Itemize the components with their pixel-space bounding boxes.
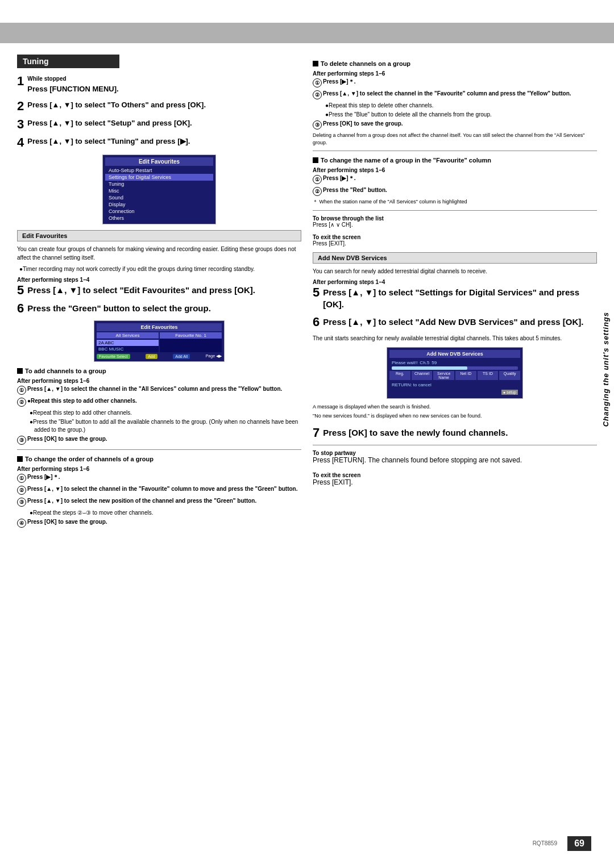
add-ch-step-2: ② ●Repeat this step to add other channel… [17,397,301,407]
top-bar [0,23,614,43]
model-number: RQT8859 [533,840,557,846]
add-ch-step-3-text: Press [OK] to save the group. [27,435,301,443]
left-column: Tuning 1 While stopped Press [FUNCTION M… [17,55,301,530]
right-column: To delete channels on a group After perf… [313,55,597,530]
del-step-2: ② Press [▲, ▼] to select the channel in … [313,90,597,99]
menu-item-tuning: Tuning [105,181,213,187]
dvb-col-netid: Net ID [455,371,476,380]
add-dvb-description: You can search for newly added terrestri… [313,267,597,276]
order-step-2: ② Press [▲, ▼] to select the channel in … [17,485,301,495]
name-step-2: ② Press the "Red" button. [313,186,597,196]
browse-list-label: To browse through the list [313,215,597,222]
name-step-1-text: Press [▶]＊. [323,174,597,182]
del-step-1-text: Press [▶]＊. [323,78,597,86]
browse-section: To browse through the list Press [∧ ∨ CH… [313,210,597,247]
dvb-col-tsid: TS ID [478,371,499,380]
dvb-screenshot-title: Add New DVB Services [389,350,520,358]
circle-2-name: ② [313,187,322,196]
menu-item-sound: Sound [105,194,213,201]
delete-channels-label: To delete channels on a group [321,60,410,67]
content-area: Tuning 1 While stopped Press [FUNCTION M… [0,55,614,530]
add-ch-bullet1: ●Repeat this step to add other channels.… [17,409,301,434]
dvb-ch-num: 59 [432,360,437,365]
step-4-block: 4 Press [▲, ▼] to select "Tuning" and pr… [17,136,301,149]
dvb-table-header: Reg. Channel Service Name Net ID TS ID Q… [389,371,520,380]
dvb-no-services: "No new services found." is displayed wh… [313,412,597,420]
step-4-number: 4 [17,136,24,149]
step-5-left-text: Press [▲, ▼] to select "Edit Favourites"… [27,284,301,296]
side-label-container: Changing the unit's settings [597,114,614,625]
exit-screen-2-text: Press [EXIT]. [313,478,597,486]
exit-screen-label: To exit the screen [313,234,597,240]
menu-screenshot-title: Edit Favourites [105,157,213,166]
step-3-text: Press [▲, ▼] to select "Setup" and press… [27,118,301,128]
del-b1: ●Repeat this step to delete other channe… [323,102,597,110]
step-1-instruction: Press [FUNCTION MENU]. [27,85,118,93]
circle-3-add: ③ [17,436,26,445]
fav-btn-addall: Add All [173,354,190,359]
menu-item-misc: Misc [105,187,213,194]
dvb-col-quality: Quality [499,371,520,380]
dvb-search-description: The unit starts searching for newly avai… [313,334,597,343]
step-6-left-block: 6 Press the "Green" button to select the… [17,302,301,315]
del-footnote: Deleting a channel from a group does not… [313,132,597,146]
step-5-left-number: 5 [17,284,24,297]
dvb-return-label: RETURN: to cancel [392,382,432,387]
divider-3 [313,445,597,445]
fav-col-fav1: Favourite No. 1 [160,332,222,352]
step-2-block: 2 Press [▲, ▼] to select "To Others" and… [17,100,301,112]
delete-channels-title: To delete channels on a group [313,60,597,67]
after-steps-change-name: After performing steps 1–6 [313,167,597,173]
dvb-ch-label: Ch.5 [420,360,429,365]
black-square-icon-3 [313,61,318,66]
circle-1-del: ① [313,78,322,87]
browse-list-text: Press [∧ ∨ CH]. [313,222,597,228]
fav-page-info: Page ◀▶ [206,354,222,359]
order-step-3: ③ Press [▲, ▼] to select the new positio… [17,497,301,507]
after-steps-add-channels: After performing steps 1–6 [17,378,301,384]
circle-2-order: ② [17,486,26,495]
dvb-please-wait-text: Please wait!! [392,360,417,365]
dvb-please-wait: Please wait!! Ch.5 59 [392,360,518,365]
menu-item-others: Others [105,215,213,222]
circle-3-del: ③ [313,120,322,130]
dvb-progress-fill [392,366,467,370]
step-4-text: Press [▲, ▼] to select "Tuning" and pres… [27,136,301,147]
dvb-return-cancel: RETURN: to cancel [392,382,518,387]
menu-item-auto-setup: Auto-Setup Restart [105,167,213,174]
add-ch-step-2-text: ●Repeat this step to add other channels. [27,397,301,405]
del-step-3: ③ Press [OK] to save the group. [313,120,597,130]
dvb-setup-icon: ● setup [389,389,520,396]
page-number: 69 [567,836,591,851]
circle-1-order: ① [17,474,26,483]
dvb-col-service: Service Name [433,371,454,380]
divider-1 [17,449,301,450]
page: Tuning 1 While stopped Press [FUNCTION M… [0,0,614,868]
add-channels-label: To add channels to a group [25,368,106,374]
del-b2: ●Press the "Blue" button to delete all t… [323,111,597,119]
stop-partway-text: Press [RETURN]. The channels found befor… [313,456,597,464]
dvb-col-reg: Reg. [389,371,410,380]
step-5-left-block: 5 Press [▲, ▼] to select "Edit Favourite… [17,284,301,297]
menu-item-connection: Connection [105,208,213,215]
black-square-icon-4 [313,157,318,163]
name-footnote: ＊ When the station name of the "All Serv… [313,198,597,206]
order-step-3-text: Press [▲, ▼] to select the new position … [27,497,301,505]
add-ch-step-1-text: Press [▲, ▼] to select the channel in th… [27,385,301,393]
fav-col-all: All Services 2A ABC BBC MUSIC [97,332,159,352]
del-step-1: ① Press [▶]＊. [313,78,597,87]
side-label: Changing the unit's settings [601,312,610,427]
dvb-setup-btn: ● setup [501,390,518,395]
add-ch-b1: ●Repeat this step to add other channels. [27,409,301,417]
add-dvb-box-title: Add New DVB Services [313,252,597,264]
change-order-label: To change the order of channels of a gro… [25,456,154,462]
step-7-text: Press [OK] to save the newly found chann… [323,427,597,439]
order-step-4-text: Press [OK] to save the group. [27,518,301,526]
order-step-1-text: Press [▶]＊. [27,473,301,481]
name-step-2-text: Press the "Red" button. [323,186,597,194]
circle-2-del: ② [313,90,322,99]
fav-row-3: BBC MUSIC [97,346,159,352]
step-5-right-block: 5 Press [▲, ▼] to select "Settings for D… [313,286,597,310]
step-6-right-block: 6 Press [▲, ▼] to select "Add New DVB Se… [313,316,597,328]
tuning-section-header: Tuning [17,55,119,68]
